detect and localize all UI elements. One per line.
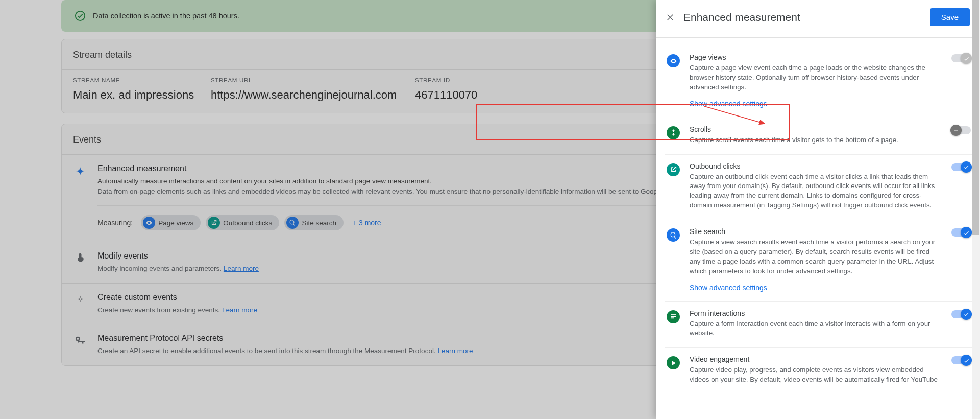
sc-toggle[interactable] [951, 126, 971, 134]
option-site-search: Site search Capture a view search result… [665, 220, 972, 301]
sc-desc: Capture scroll events each time a visito… [690, 135, 940, 145]
scroll-icon [667, 126, 680, 139]
close-icon [666, 13, 675, 22]
fi-desc: Capture a form interaction event each ti… [690, 319, 940, 339]
sc-title: Scrolls [690, 125, 940, 133]
pv-title: Page views [690, 53, 940, 61]
option-scrolls: Scrolls Capture scroll events each time … [665, 118, 972, 154]
option-outbound-clicks: Outbound clicks Capture an outbound clic… [665, 154, 972, 220]
fi-toggle[interactable] [951, 310, 971, 318]
check-icon [963, 311, 970, 317]
fi-title: Form interactions [690, 309, 940, 317]
oc-desc: Capture an outbound click event each tim… [690, 172, 940, 211]
minus-icon [953, 127, 959, 133]
svg-rect-1 [954, 130, 958, 130]
enhanced-measurement-drawer: Enhanced measurement Save Page views Cap… [656, 0, 980, 419]
pv-toggle [951, 54, 971, 62]
ve-title: Video engagement [690, 355, 940, 363]
svg-rect-2 [671, 314, 676, 315]
form-icon [667, 310, 680, 323]
check-icon [963, 357, 970, 364]
pv-desc: Capture a page view event each time a pa… [690, 63, 940, 92]
ss-desc: Capture a view search results event each… [690, 238, 940, 276]
ss-advanced-link[interactable]: Show advanced settings [690, 284, 767, 292]
search-icon [667, 228, 680, 242]
ss-toggle[interactable] [951, 228, 971, 237]
svg-rect-3 [671, 316, 676, 317]
pv-advanced-link[interactable]: Show advanced settings [690, 100, 767, 108]
save-button[interactable]: Save [930, 8, 970, 26]
ss-title: Site search [690, 227, 940, 236]
svg-rect-4 [671, 317, 674, 318]
link-out-icon [667, 163, 680, 176]
close-drawer-button[interactable] [664, 11, 676, 24]
option-video-engagement: Video engagement Capture video play, pro… [665, 347, 972, 394]
drawer-title: Enhanced measurement [683, 11, 800, 24]
play-icon [667, 356, 680, 369]
check-icon [963, 229, 970, 236]
page-scrollbar[interactable] [972, 0, 980, 419]
check-icon [963, 164, 970, 170]
oc-toggle[interactable] [951, 163, 971, 171]
ve-desc: Capture video play, progress, and comple… [690, 365, 940, 385]
scrollbar-thumb[interactable] [972, 0, 979, 235]
oc-title: Outbound clicks [690, 162, 940, 170]
eye-icon [667, 54, 680, 67]
option-page-views: Page views Capture a page view event eac… [665, 46, 972, 118]
option-form-interactions: Form interactions Capture a form interac… [665, 301, 972, 348]
check-icon [963, 55, 970, 62]
ve-toggle[interactable] [951, 356, 971, 364]
